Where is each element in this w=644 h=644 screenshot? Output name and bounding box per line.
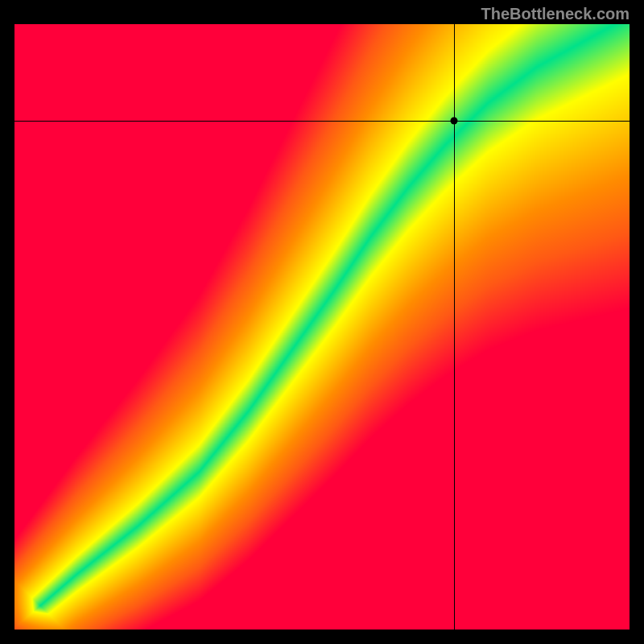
watermark-text: TheBottleneck.com: [481, 5, 630, 23]
bottleneck-heatmap: [14, 24, 630, 630]
crosshair-vertical: [454, 24, 456, 630]
plot-area: [14, 24, 630, 630]
selected-point-marker: [451, 118, 458, 125]
chart-container: TheBottleneck.com: [0, 0, 644, 644]
crosshair-horizontal: [14, 121, 630, 122]
